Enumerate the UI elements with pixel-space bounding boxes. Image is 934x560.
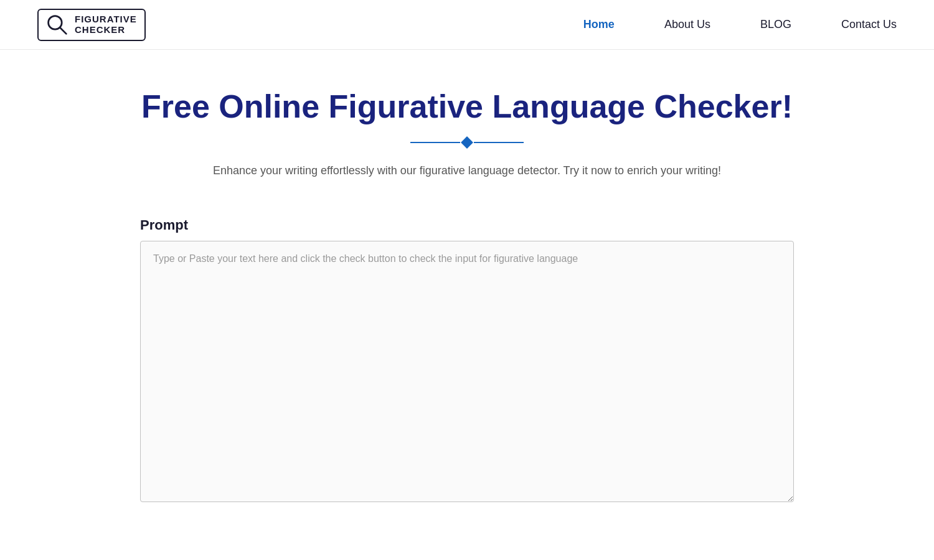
logo[interactable]: FIGURATIVE CHECKER	[37, 9, 146, 41]
divider-line-left	[410, 142, 460, 143]
hero-section: Free Online Figurative Language Checker!…	[37, 87, 897, 180]
site-header: FIGURATIVE CHECKER Home About Us BLOG Co…	[0, 0, 934, 50]
main-nav: Home About Us BLOG Contact Us	[583, 18, 897, 31]
svg-line-1	[60, 27, 67, 34]
prompt-label: Prompt	[140, 217, 794, 233]
divider-line-right	[474, 142, 524, 143]
divider-diamond	[461, 136, 473, 149]
prompt-textarea[interactable]	[140, 241, 794, 502]
nav-contact[interactable]: Contact Us	[841, 18, 897, 31]
hero-subtitle: Enhance your writing effortlessly with o…	[37, 162, 897, 180]
hero-title: Free Online Figurative Language Checker!	[37, 87, 897, 126]
main-content: Free Online Figurative Language Checker!…	[0, 50, 934, 530]
search-icon	[46, 14, 68, 36]
form-section: Prompt	[106, 217, 828, 505]
divider	[37, 138, 897, 147]
nav-home[interactable]: Home	[583, 18, 615, 31]
nav-about[interactable]: About Us	[664, 18, 710, 31]
nav-blog[interactable]: BLOG	[760, 18, 791, 31]
logo-text: FIGURATIVE CHECKER	[75, 14, 137, 35]
